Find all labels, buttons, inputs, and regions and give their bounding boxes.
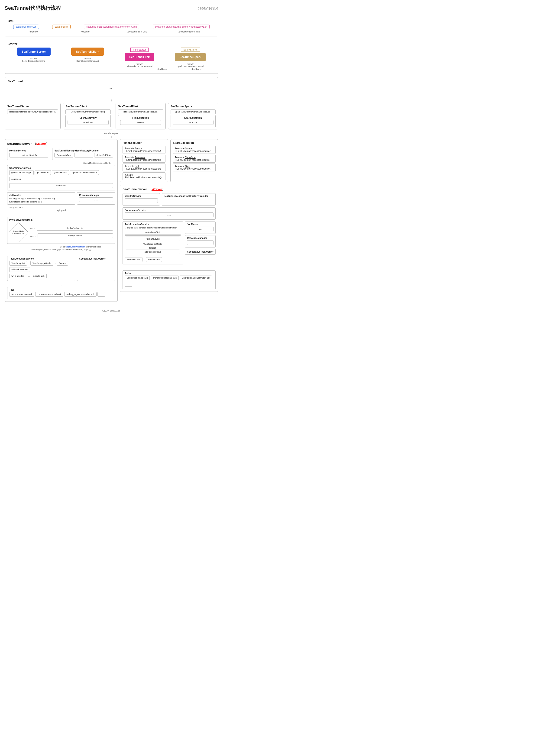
worker-factory-title: SeaTunnelMessageTaskFactoryProvider (164, 195, 214, 197)
page-title: SeaTunnel代码执行流程 (5, 5, 61, 12)
arrow-down-4: ↓ (7, 252, 115, 255)
cancel-job-task: CancelJobTask (54, 153, 73, 158)
worker-sink-task: SinkAggregatedCommiterTask (180, 276, 212, 280)
worker-monitor-box: MonitorService ...... (123, 193, 160, 206)
task-dots: ...... (97, 292, 105, 297)
mid-spark-box: SeaTunnelSpark SparkTaskExecuteCommand.e… (168, 103, 218, 129)
worker-coordinator-title: CoordinatorService (125, 209, 214, 212)
coordinator-box: CoordinatorService getResourceManager ge… (7, 165, 115, 191)
cmd-box-flink: seatunnel-start-seatunnel-flink-x-connec… (84, 25, 139, 29)
worker-title: SeaTunnelServer （Worker） (123, 187, 216, 191)
physical-vertex-box: PhysicalVertex (task) CurrentNodeis Work… (7, 217, 115, 244)
flink-execution-box: FlinkExecution execute (118, 115, 163, 127)
starter-server: SeaTunnelServer run withServerExecuteCom… (17, 48, 51, 62)
worker-job-master-title: JobMaster (187, 223, 214, 226)
spark-exec-section-title: SparkExecution (173, 141, 216, 145)
arrow-right-4: → (28, 275, 30, 278)
worker-factory-box: SeaTunnelMessageTaskFactoryProvider (162, 193, 216, 206)
foreach-box: foreach (57, 261, 68, 266)
flink-translate-source: Translate Source: PluginExecutorProcesso… (123, 146, 165, 154)
flink-cmd-box: FlinkTaskExecuteCommand.execute() (118, 110, 163, 114)
worker-transform-task: TransformSeaTunnelTask (151, 276, 178, 280)
worker-tg-init: TaskGroup.init (126, 237, 180, 241)
arrow-down-3: ↓ (7, 213, 115, 216)
job-master-title: JobMaster (9, 194, 73, 197)
physical-vertex-title: PhysicalVertex (task) (9, 219, 113, 221)
cmd-box-seatunnel: seatunnel.sh (52, 25, 71, 29)
rm-dots: ...... (79, 197, 113, 202)
mid-server-box: SeaTunnelServer HazelcastInstanceFactory… (5, 103, 61, 129)
resource-manager-box: ResourceManager ...... (77, 192, 115, 205)
spark-starter-outline: SparkStarter (181, 48, 200, 52)
monitor-item: print: metrics info (9, 153, 48, 158)
add-task-queue: add task to queue (9, 267, 30, 272)
worker-section: SeaTunnelServer （Worker） MonitorService … (120, 185, 218, 292)
cmd-label: CMD (8, 19, 215, 23)
exec-label-1: execute (8, 30, 60, 33)
server-block: SeaTunnelServer (17, 48, 51, 56)
master-sub: （Master） (33, 142, 49, 145)
flink-starter-outline: FlinkStarter (130, 48, 149, 52)
cooperative-box: CooperativeTaskWorker (77, 256, 115, 281)
starter-client: SeaTunnelClient run withClientExecuteCom… (71, 48, 104, 62)
csdn-credit: CSDN@阿甘兄 (197, 6, 218, 11)
worker-tg-gettasks: TaskGroup.getTasks (126, 242, 180, 246)
worker-jm-dots: ...... (187, 227, 214, 231)
flink-translate-sink: Translate Sink: PluginExecutorProcessor.… (123, 164, 165, 171)
seatunnel-section: SeaTunnel run (5, 77, 218, 95)
flink-exec-item: execute (120, 120, 161, 125)
server-run-with: run withServerExecuteCommand (22, 58, 45, 62)
yes-label: yes → (30, 235, 36, 237)
worker-monitor-title: MonitorService (125, 195, 158, 197)
task-exec-title: TaskExecutionService (9, 258, 73, 260)
exec-label-2: execute (60, 30, 112, 33)
bottom-credit: CSDN @杨林伟 (5, 309, 218, 313)
worker-rm-title: ResourceManager (187, 237, 214, 239)
job-master-run: run: foreach schedule pipeline task (9, 201, 73, 203)
cmd-section: CMD seatunnel-cluster.sh seatunnel.sh se… (5, 17, 218, 36)
worker-coordinator-box: CoordinatorService ...... (123, 207, 216, 220)
arrow-down-5: ↓ (7, 283, 115, 286)
submit-job-coord: submitJob (9, 183, 113, 188)
exec-label-3: 2.execute flink cmd (111, 30, 163, 33)
worker-add-queue: add task to queue (126, 250, 180, 254)
worker-rm-box: ResourceManager ...... (185, 235, 216, 248)
spark-translate-transform: Translate Transform: PluginExecutorProce… (173, 155, 216, 163)
worker-tasks-dots: ...... (125, 282, 132, 287)
starter-flink: FlinkStarter SeaTunnelFlink run withFlin… (125, 48, 154, 68)
client-job-proxy-box: ClientJobProxy submitJob (65, 115, 110, 127)
tasks-box: Tasks SourceSeaTunnelTask TransformSeaTu… (123, 271, 216, 289)
spark-cmd-box: SparkTaskExecuteCommand.execute() (171, 110, 216, 114)
worker-job-master-box: JobMaster ...... (185, 222, 216, 234)
arrow-right-1: → (28, 263, 30, 265)
apply-resource-label: apply resource (10, 207, 23, 209)
arrow-right-3: → (69, 263, 71, 265)
get-rm: getResourceManager (9, 170, 34, 175)
execute-row: execute execute 2.execute flink cmd 2.ex… (8, 30, 215, 33)
coordinator-title: CoordinatorService (9, 167, 113, 169)
worker-deploy-task: ↳ deployTask: serialize TaskGroupImmutab… (125, 227, 181, 229)
arrow-down-1: ↓ (5, 99, 218, 102)
worker-rm-dots: ...... (187, 240, 214, 245)
factory-dots: ...... (74, 153, 93, 158)
spark-execution-box: SparkExecution execute (171, 115, 216, 127)
update-state: updateTaskExecutionState (70, 170, 99, 175)
starter-row: SeaTunnelServer run withServerExecuteCom… (8, 48, 215, 68)
mid-flink-title: SeaTunnelFlink (118, 105, 163, 108)
mid-client-title: SeaTunnelClient (65, 105, 110, 108)
flink-translate-transform: Translate Transform: PluginExecutorProce… (123, 155, 165, 163)
job-exec-box: JobExecutionEnvironment.execute() (65, 110, 110, 114)
starter-section: Starter SeaTunnelServer run withServerEx… (5, 40, 218, 74)
flink-runtime-exec: execute: FlinkRuntimeEnvironment.execute… (123, 172, 165, 180)
cmd-row: seatunnel-cluster.sh seatunnel.sh seatun… (8, 25, 215, 29)
mid-spark-title: SeaTunnelSpark (171, 105, 216, 108)
starter-label: Starter (8, 42, 215, 46)
arrow-down-2: ↓ (5, 136, 218, 139)
flink-exec-title: FlinkExecution (120, 117, 161, 119)
job-master-box: JobMaster init: LogicalDag → ExecutionDa… (7, 192, 75, 205)
spark-run-with: run withSparkTaskExecuteCommand (177, 63, 204, 68)
tasks-title: Tasks (125, 272, 214, 275)
build-cmd-2: 1.build cmd (191, 68, 201, 70)
flink-run-with: run withFlinkTaskExecuteCommand (126, 63, 152, 68)
task-exec-service-box: TaskExecutionService TaskGroup.init → Ta… (7, 256, 75, 281)
